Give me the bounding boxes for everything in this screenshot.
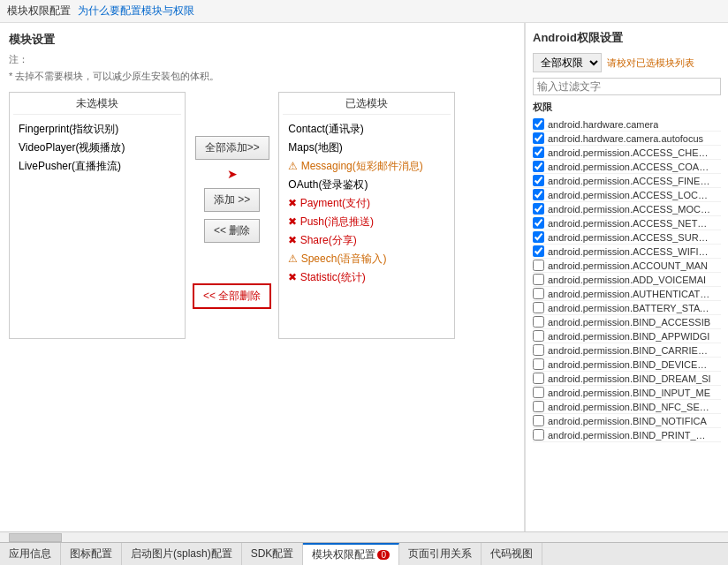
perm-checkbox[interactable] <box>533 330 544 342</box>
note1: 注： <box>9 53 515 66</box>
list-item: android.permission.BIND_APPWIDGI <box>533 329 721 343</box>
tab-label: SDK配置 <box>251 546 294 561</box>
list-item[interactable]: VideoPlayer(视频播放) <box>15 139 179 157</box>
content-area: 模块设置 注： * 去掉不需要模块，可以减少原生安装包的体积。 未选模块 Fin… <box>0 23 728 531</box>
android-panel-title: Android权限设置 <box>533 30 721 46</box>
list-item: android.permission.ADD_VOICEMAI <box>533 273 721 287</box>
perm-checkbox[interactable] <box>533 302 544 313</box>
perm-checkbox[interactable] <box>533 401 544 412</box>
perm-label: android.permission.ACCESS_MOCK_ <box>548 204 711 215</box>
selected-module-box: 已选模块 Contact(通讯录) Maps(地图) ⚠ Messaging(短… <box>278 92 455 339</box>
list-item: android.permission.BIND_DEVICE_AI <box>533 358 721 372</box>
perm-label: android.permission.BIND_APPWIDGI <box>548 331 709 342</box>
topbar-title: 模块权限配置 <box>7 4 71 19</box>
perm-checkbox[interactable] <box>533 203 544 215</box>
bottom-scrollbar[interactable] <box>0 531 728 542</box>
perm-label: android.permission.ADD_VOICEMAI <box>548 275 706 285</box>
perm-label: android.permission.BIND_DREAM_SI <box>548 373 711 384</box>
permissions-list: android.hardware.camera android.hardware… <box>533 117 721 442</box>
perm-checkbox[interactable] <box>533 274 544 285</box>
perm-checkbox[interactable] <box>533 373 544 384</box>
delete-button[interactable]: << 删除 <box>204 219 260 243</box>
tab-app-info[interactable]: 应用信息 <box>0 543 61 565</box>
list-item[interactable]: ✖ Share(分享) <box>284 231 449 250</box>
perm-label: android.permission.ACCESS_NETWO <box>548 218 711 229</box>
right-panel: Android权限设置 全部权限 请校对已选模块列表 权限 android.ha… <box>525 23 728 531</box>
perm-checkbox[interactable] <box>533 358 544 370</box>
perm-label: android.permission.ACCESS_WIFI_ST <box>548 246 711 257</box>
list-item[interactable]: OAuth(登录鉴权) <box>284 176 449 194</box>
add-all-button[interactable]: 全部添加>> <box>195 136 269 160</box>
selected-module-list: Contact(通讯录) Maps(地图) ⚠ Messaging(短彩邮件消息… <box>283 118 451 289</box>
tab-page-relations[interactable]: 页面引用关系 <box>399 543 482 565</box>
perm-checkbox[interactable] <box>533 175 544 186</box>
perm-checkbox[interactable] <box>533 217 544 229</box>
perm-label: android.hardware.camera.autofocus <box>548 133 703 144</box>
perm-label: android.permission.BIND_INPUT_ME <box>548 388 710 398</box>
perm-label: android.permission.BIND_CARRIER_I <box>548 345 711 356</box>
warning-msg: 请校对已选模块列表 <box>607 56 694 70</box>
delete-all-container: << 全部删除 <box>193 257 271 309</box>
list-item: android.permission.BIND_INPUT_ME <box>533 386 721 400</box>
scrollbar-thumb[interactable] <box>9 533 62 542</box>
tab-code-view[interactable]: 代码视图 <box>482 543 542 565</box>
perm-checkbox[interactable] <box>533 189 544 200</box>
add-button[interactable]: 添加 >> <box>204 188 260 212</box>
perm-checkbox[interactable] <box>533 288 544 299</box>
perm-checkbox[interactable] <box>533 147 544 158</box>
topbar-link[interactable]: 为什么要配置模块与权限 <box>78 4 194 19</box>
unselected-module-box: 未选模块 Fingerprint(指纹识别) VideoPlayer(视频播放)… <box>9 92 186 339</box>
modules-area: 未选模块 Fingerprint(指纹识别) VideoPlayer(视频播放)… <box>9 92 515 339</box>
filter-row: 全部权限 请校对已选模块列表 <box>533 53 721 72</box>
tab-splash-config[interactable]: 启动图片(splash)配置 <box>122 543 242 565</box>
list-item[interactable]: LivePusher(直播推流) <box>15 157 179 176</box>
main-container: 模块权限配置 为什么要配置模块与权限 模块设置 注： * 去掉不需要模块，可以减… <box>0 0 728 565</box>
perm-checkbox[interactable] <box>533 260 544 271</box>
tab-label: 图标配置 <box>70 546 112 561</box>
delete-all-button[interactable]: << 全部删除 <box>193 283 271 309</box>
perm-checkbox[interactable] <box>533 415 544 426</box>
list-item[interactable]: ✖ Payment(支付) <box>284 194 449 213</box>
section-title: 模块设置 <box>9 32 515 48</box>
list-item: android.permission.BIND_NFC_SERV <box>533 400 721 414</box>
tab-module-permissions[interactable]: 模块权限配置 0 <box>303 543 399 565</box>
list-item: android.permission.ACCESS_MOCK_ <box>533 202 721 216</box>
perm-checkbox[interactable] <box>533 316 544 328</box>
list-item[interactable]: ⚠ Speech(语音输入) <box>284 250 449 268</box>
perm-label: android.permission.ACCESS_LOCATI <box>548 190 711 200</box>
perm-label: android.permission.BIND_NOTIFICA <box>548 416 707 426</box>
perm-checkbox[interactable] <box>533 387 544 398</box>
list-item[interactable]: Maps(地图) <box>284 139 449 157</box>
perm-checkbox[interactable] <box>533 429 544 441</box>
list-item: android.permission.ACCESS_LOCATI <box>533 188 721 202</box>
tab-sdk-config[interactable]: SDK配置 <box>242 543 304 565</box>
perm-checkbox[interactable] <box>533 231 544 243</box>
middle-buttons: 全部添加>> ➤ 添加 >> << 删除 << 全部删除 <box>186 92 278 309</box>
selected-title: 已选模块 <box>283 96 451 115</box>
filter-select[interactable]: 全部权限 <box>533 53 602 72</box>
list-item: android.permission.ACCESS_WIFI_ST <box>533 245 721 259</box>
perm-checkbox[interactable] <box>533 344 544 356</box>
perm-checkbox[interactable] <box>533 245 544 257</box>
perm-label: android.permission.AUTHENTICATE_ <box>548 289 711 299</box>
list-item[interactable]: ⚠ Messaging(短彩邮件消息) <box>284 157 449 176</box>
list-item[interactable]: Contact(通讯录) <box>284 120 449 139</box>
list-item[interactable]: Fingerprint(指纹识别) <box>15 120 179 139</box>
list-item: android.hardware.camera.autofocus <box>533 132 721 146</box>
tab-icon-config[interactable]: 图标配置 <box>61 543 122 565</box>
tab-label: 启动图片(splash)配置 <box>131 546 232 561</box>
bottom-tabs: 应用信息 图标配置 启动图片(splash)配置 SDK配置 模块权限配置 0 … <box>0 542 728 565</box>
list-item: android.permission.ACCESS_COARSI <box>533 160 721 174</box>
perm-checkbox[interactable] <box>533 118 544 130</box>
perm-label: android.permission.ACCESS_COARSI <box>548 162 711 172</box>
perm-checkbox[interactable] <box>533 132 544 144</box>
permissions-header: 权限 <box>533 101 721 114</box>
perm-label: android.permission.ACCOUNT_MAN <box>548 260 708 271</box>
list-item: android.permission.BIND_DREAM_SI <box>533 372 721 386</box>
list-item: android.permission.BIND_NOTIFICA <box>533 414 721 428</box>
perm-checkbox[interactable] <box>533 161 544 172</box>
list-item: android.permission.ACCOUNT_MAN <box>533 259 721 273</box>
list-item[interactable]: ✖ Push(消息推送) <box>284 213 449 231</box>
filter-input[interactable] <box>533 78 721 95</box>
list-item[interactable]: ✖ Statistic(统计) <box>284 268 449 287</box>
